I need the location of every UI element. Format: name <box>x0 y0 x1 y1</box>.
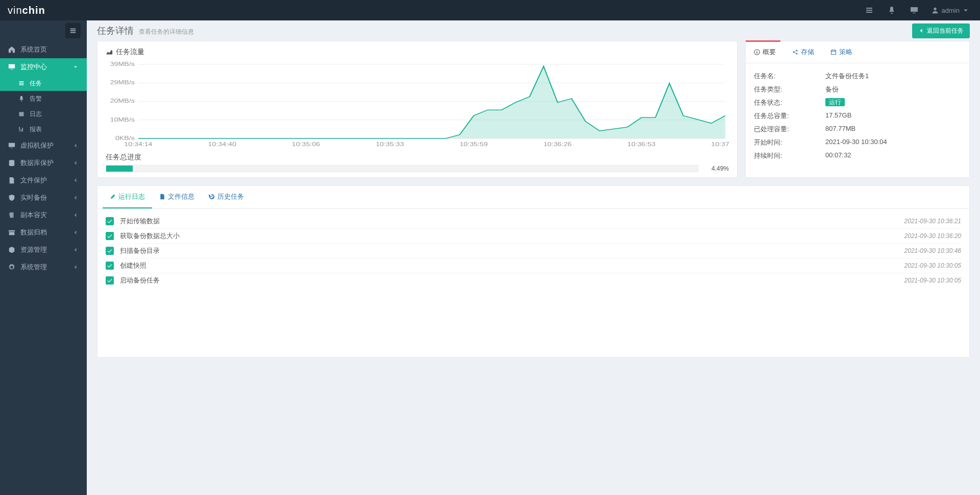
info-tab-label: 策略 <box>839 48 852 57</box>
info-value: 备份 <box>825 85 961 94</box>
sidebar-item-label: 虚拟机保护 <box>20 141 54 150</box>
header-bell-icon[interactable] <box>881 0 902 20</box>
chevron-left-icon <box>72 229 79 235</box>
bell-icon <box>18 96 24 102</box>
svg-text:10:36:53: 10:36:53 <box>627 142 655 147</box>
log-tab-历史任务[interactable]: 历史任务 <box>202 186 251 208</box>
sidebar-item-数据库保护[interactable]: 数据库保护 <box>0 154 87 172</box>
sidebar-item-label: 数据库保护 <box>20 158 54 168</box>
check-icon <box>106 217 114 225</box>
check-icon <box>106 276 114 285</box>
page-subtitle: 查看任务的详细信息 <box>139 28 194 35</box>
sidebar-subitem-告警[interactable]: 告警 <box>0 91 87 106</box>
chart-title-row: 任务流量 <box>106 48 729 57</box>
sidebar-subitem-日志[interactable]: 日志 <box>0 106 87 122</box>
chevron-left-icon <box>72 247 79 253</box>
info-value: 2021-09-30 10:30:04 <box>825 138 961 147</box>
gear-icon <box>8 264 15 271</box>
cal-icon <box>830 49 837 55</box>
info-tabs: 概要存储策略 <box>746 41 969 63</box>
info-tab-概要[interactable]: 概要 <box>746 41 784 63</box>
sidebar-item-label: 文件保护 <box>20 176 47 185</box>
sidebar-item-资源管理[interactable]: 资源管理 <box>0 241 87 258</box>
sidebar-item-副本容灾[interactable]: 副本容灾 <box>0 206 87 224</box>
log-message: 开始传输数据 <box>120 217 904 226</box>
svg-text:39MB/s: 39MB/s <box>110 62 135 67</box>
logo-post: chin <box>22 5 45 16</box>
sidebar-subitem-label: 任务 <box>30 79 42 88</box>
sidebar: 系统首页监控中心任务告警日志报表虚拟机保护数据库保护文件保护实时备份副本容灾数据… <box>0 20 87 495</box>
log-tab-运行日志[interactable]: 运行日志 <box>103 186 152 208</box>
log-timestamp: 2021-09-30 10:36:21 <box>904 218 961 225</box>
info-tab-策略[interactable]: 策略 <box>822 41 861 63</box>
sidebar-item-系统管理[interactable]: 系统管理 <box>0 258 87 276</box>
sidebar-toggle-button[interactable] <box>65 23 81 38</box>
log-timestamp: 2021-09-30 10:30:46 <box>904 247 961 254</box>
sidebar-subitem-label: 日志 <box>30 110 42 119</box>
chevron-left-icon <box>72 160 79 166</box>
desktop-icon <box>8 142 15 149</box>
sidebar-item-监控中心[interactable]: 监控中心 <box>0 58 87 76</box>
header-queue-icon[interactable] <box>859 0 879 20</box>
chart-title: 任务流量 <box>116 48 144 57</box>
log-tab-label: 运行日志 <box>118 192 145 201</box>
info-panel: 概要存储策略 任务名:文件备份任务1任务类型:备份任务状态:运行任务总容量:17… <box>745 41 970 178</box>
info-label: 任务状态: <box>754 98 825 107</box>
header-screen-icon[interactable] <box>904 0 924 20</box>
logo: vinchin <box>8 5 45 16</box>
db-icon <box>8 159 15 167</box>
home-icon <box>8 46 15 53</box>
sidebar-item-label: 系统管理 <box>20 263 47 272</box>
svg-text:0KB/s: 0KB/s <box>115 135 135 141</box>
log-row: 启动备份任务2021-09-30 10:30:05 <box>106 273 961 288</box>
cube-icon <box>8 246 15 253</box>
log-tab-label: 历史任务 <box>217 192 244 201</box>
sidebar-item-文件保护[interactable]: 文件保护 <box>0 172 87 189</box>
info-row: 任务类型:备份 <box>754 83 961 96</box>
sidebar-item-实时备份[interactable]: 实时备份 <box>0 189 87 206</box>
sidebar-subitem-报表[interactable]: 报表 <box>0 122 87 137</box>
info-value: 运行 <box>825 98 961 107</box>
info-tab-存储[interactable]: 存储 <box>784 41 822 63</box>
log-tab-label: 文件信息 <box>168 192 194 201</box>
edit-icon <box>110 194 116 200</box>
svg-text:10:37:20: 10:37:20 <box>711 142 729 147</box>
sidebar-item-label: 数据归档 <box>20 228 47 237</box>
sidebar-item-虚拟机保护[interactable]: 虚拟机保护 <box>0 137 87 154</box>
chart-area: 0KB/s10MB/s20MB/s29MB/s39MB/s10:34:1410:… <box>106 62 729 149</box>
shield-icon <box>8 194 15 201</box>
sidebar-subitem-任务[interactable]: 任务 <box>0 76 87 91</box>
info-body: 任务名:文件备份任务1任务类型:备份任务状态:运行任务总容量:17.57GB已处… <box>746 63 969 169</box>
sidebar-toggle-row <box>0 20 87 41</box>
progress-title: 任务总进度 <box>106 153 729 162</box>
svg-text:10:35:06: 10:35:06 <box>292 142 320 147</box>
logo-pre: vin <box>8 5 22 16</box>
info-row: 持续时间:00:07:32 <box>754 149 961 162</box>
log-timestamp: 2021-09-30 10:30:05 <box>904 262 961 269</box>
log-row: 开始传输数据2021-09-30 10:36:21 <box>106 214 961 229</box>
info-value: 807.77MB <box>825 125 961 134</box>
sidebar-item-系统首页[interactable]: 系统首页 <box>0 41 87 58</box>
sidebar-item-数据归档[interactable]: 数据归档 <box>0 224 87 241</box>
svg-text:10:34:40: 10:34:40 <box>208 142 236 147</box>
chevron-left-icon <box>72 195 79 201</box>
info-label: 任务总容量: <box>754 111 825 121</box>
info-tab-label: 概要 <box>763 48 776 57</box>
log-message: 扫描备份目录 <box>120 246 904 255</box>
info-value: 00:07:32 <box>825 151 961 160</box>
header-right: admin <box>859 0 974 20</box>
log-tab-文件信息[interactable]: 文件信息 <box>152 186 202 208</box>
log-row: 获取备份数据总大小2021-09-30 10:36:20 <box>106 229 961 244</box>
svg-text:29MB/s: 29MB/s <box>110 80 135 85</box>
info-tab-indicator <box>746 40 780 42</box>
main-content: 任务详情 查看任务的详细信息 返回当前任务 任务流量 0KB/s10MB/s20… <box>87 20 980 495</box>
chart-panel: 任务流量 0KB/s10MB/s20MB/s29MB/s39MB/s10:34:… <box>97 41 738 178</box>
log-message: 获取备份数据总大小 <box>120 231 904 241</box>
back-to-current-task-button[interactable]: 返回当前任务 <box>912 23 970 38</box>
check-icon <box>106 262 114 270</box>
header-user-dropdown[interactable]: admin <box>926 0 974 20</box>
info-label: 开始时间: <box>754 138 825 147</box>
svg-text:10:35:33: 10:35:33 <box>376 142 404 147</box>
sidebar-item-label: 系统首页 <box>20 45 47 54</box>
svg-text:20MB/s: 20MB/s <box>110 99 135 104</box>
